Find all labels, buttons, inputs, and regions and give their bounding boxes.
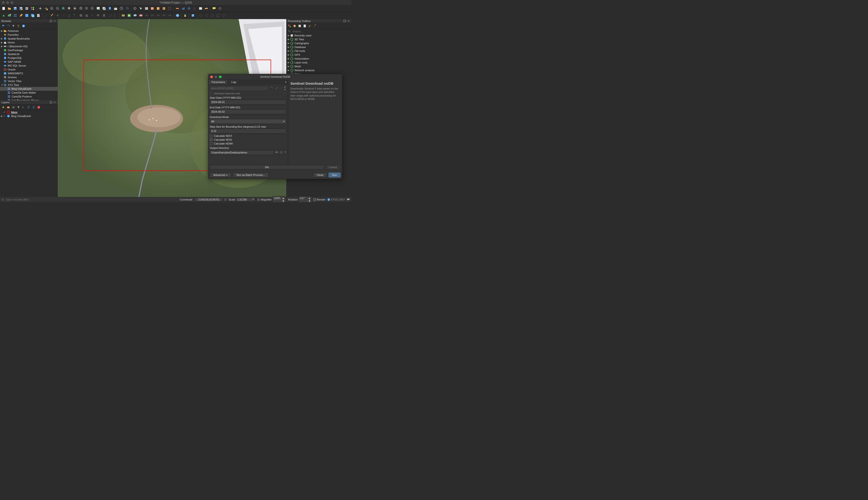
traffic-close-icon[interactable] (2, 1, 4, 4)
no-action4-icon[interactable] (215, 13, 221, 18)
tab-log[interactable]: Log (228, 79, 239, 85)
toggle-edit-icon[interactable] (18, 13, 24, 18)
browser-item[interactable]: Vector Tiles (0, 79, 58, 83)
processing-tree[interactable]: ▶Recently used▶3D Tiles▶Cartography▶Data… (286, 34, 351, 76)
ndwi-checkbox[interactable] (210, 143, 212, 145)
paste-icon[interactable] (101, 13, 107, 18)
scale-combo[interactable]: 1:31288▼ (236, 198, 255, 202)
browser-item[interactable]: WMS/WMTS (0, 71, 58, 75)
add-raster-icon[interactable] (7, 13, 12, 18)
add-point-icon[interactable] (55, 13, 60, 18)
browser-item[interactable]: ▼XYZ Tiles (0, 83, 58, 87)
ndsi-checkbox[interactable]: ✓ (210, 138, 212, 141)
cut-icon[interactable] (90, 13, 95, 18)
expand-all-icon[interactable] (27, 105, 31, 109)
temporal-controller-icon[interactable] (119, 6, 124, 11)
zoom-native-icon[interactable]: 1:1 (78, 6, 83, 11)
collapse-icon[interactable] (16, 24, 20, 28)
undock-icon[interactable] (49, 20, 52, 22)
coord-toggle-icon[interactable] (224, 198, 227, 201)
browser-item[interactable]: MS SQL Server (0, 64, 58, 68)
plugin-globe-icon[interactable] (175, 13, 180, 18)
no-action2-icon[interactable] (204, 13, 209, 18)
options-icon[interactable] (217, 6, 223, 11)
mode-select[interactable]: All▼ (210, 119, 286, 124)
no-action3-icon[interactable] (210, 13, 215, 18)
save-as-icon[interactable] (18, 6, 24, 11)
pencil-icon[interactable] (49, 13, 55, 18)
processing-search-input[interactable] (292, 30, 350, 33)
iterate-icon[interactable] (269, 86, 274, 90)
model-icon[interactable] (288, 24, 291, 28)
zoom-layer-icon[interactable] (72, 6, 78, 11)
browser-item[interactable]: SAP HANA (0, 60, 58, 64)
sigma-icon[interactable]: Σ (192, 6, 198, 11)
crs-label[interactable]: EPSG:3857 (331, 198, 345, 201)
layers-tree[interactable]: ✓bbox▶✓Bing VirtualEarth (0, 110, 58, 199)
move-label-icon[interactable]: ab (144, 13, 149, 18)
collapse-help-icon[interactable]: ◂ (283, 79, 288, 85)
end-date-input[interactable] (210, 109, 286, 114)
mag-spinner[interactable]: 100%▲▼ (272, 196, 286, 202)
open-project-icon[interactable] (7, 6, 12, 11)
measure-icon[interactable] (175, 6, 180, 11)
expression-icon[interactable]: ε (22, 105, 25, 109)
collapse-all-icon[interactable] (32, 105, 35, 109)
no-action5-icon[interactable] (221, 13, 226, 18)
label-abc2-icon[interactable]: abc (132, 13, 138, 18)
browser-item[interactable]: ▶Home (0, 41, 58, 44)
dialog-close-icon[interactable] (210, 76, 213, 78)
processing-item[interactable]: ▶GPS (286, 53, 351, 57)
zoom-selection-icon[interactable] (67, 6, 72, 11)
processing-item[interactable]: ▶Database (286, 45, 351, 49)
browser-item[interactable]: Esri Boundaries Places (0, 99, 58, 100)
browser-item[interactable]: GeoPackage (0, 48, 58, 52)
tab-parameters[interactable]: Parameters (208, 79, 228, 85)
show-label-icon[interactable]: ab (161, 13, 167, 18)
add-line-icon[interactable] (61, 13, 66, 18)
start-date-input[interactable] (210, 100, 286, 104)
add-mesh-icon[interactable] (13, 13, 18, 18)
browser-item[interactable]: PostgreSQL (0, 56, 58, 60)
browser-item[interactable]: ▶/Volumes (0, 29, 58, 33)
refresh-browser-icon[interactable] (7, 24, 10, 28)
processing-item[interactable]: ▶Cartography (286, 41, 351, 45)
wrench-icon[interactable] (313, 24, 317, 28)
new-project-icon[interactable] (1, 6, 6, 11)
label-abc-icon[interactable]: abc (121, 13, 126, 18)
label-abc3-icon[interactable]: abc (138, 13, 143, 18)
new-bookmark-icon[interactable] (107, 6, 112, 11)
new-map-view-icon[interactable] (95, 6, 101, 11)
pin-label-icon[interactable]: ab (156, 13, 161, 18)
layer-style-icon[interactable] (1, 105, 5, 109)
add-group-icon[interactable] (7, 105, 10, 109)
no-action-icon[interactable] (198, 13, 203, 18)
close-proc-icon[interactable] (347, 20, 350, 22)
vertex-tool-icon[interactable] (72, 13, 78, 18)
measure-line-icon[interactable] (204, 6, 209, 11)
undock-layers-icon[interactable] (49, 101, 52, 104)
dialog-max-icon[interactable] (219, 76, 222, 78)
zoom-last-icon[interactable] (84, 6, 89, 11)
maptips-icon[interactable] (212, 6, 217, 11)
save-project-icon[interactable] (13, 6, 18, 11)
browser-item[interactable]: SpatiaLite (0, 52, 58, 56)
redo-icon[interactable] (113, 13, 118, 18)
browser-item[interactable]: Scenes (0, 75, 58, 79)
zoom-next-icon[interactable] (90, 6, 95, 11)
temporal-icon[interactable] (113, 6, 118, 11)
rotate-label-icon[interactable]: ab (150, 13, 155, 18)
close-layers-icon[interactable] (53, 101, 56, 104)
browser-item[interactable]: Bing VirtualEarth (0, 87, 58, 91)
refresh-icon[interactable] (125, 6, 130, 11)
browser-item[interactable]: Oracle (0, 68, 58, 71)
locator-input[interactable] (5, 198, 54, 201)
results-icon[interactable] (298, 24, 302, 28)
layer-item[interactable]: ✓bbox (0, 110, 58, 114)
zoom-full-icon[interactable] (61, 6, 66, 11)
close-button[interactable]: Close (313, 172, 327, 177)
modify-attr-icon[interactable] (78, 13, 83, 18)
save-edits-icon[interactable] (24, 13, 30, 18)
cancel-button[interactable]: Cancel (325, 165, 341, 170)
filter-icon[interactable] (12, 24, 15, 28)
